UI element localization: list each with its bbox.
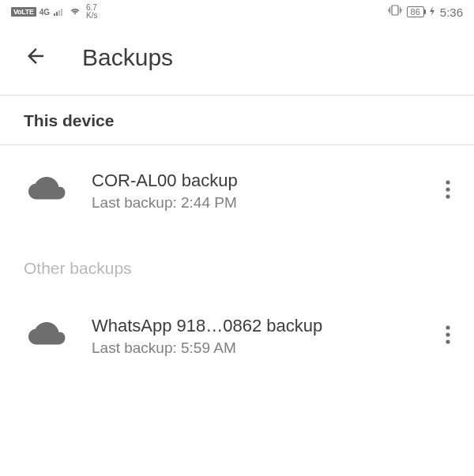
status-right: 86 5:36 bbox=[388, 5, 463, 19]
more-button[interactable] bbox=[438, 317, 458, 355]
battery-level: 86 bbox=[411, 7, 420, 17]
charging-icon bbox=[429, 6, 435, 17]
more-button[interactable] bbox=[438, 172, 458, 210]
status-bar: VoLTE 4G 6.7 K/s 86 5:3 bbox=[0, 0, 474, 22]
svg-point-3 bbox=[446, 194, 450, 198]
clock-time: 5:36 bbox=[440, 6, 463, 19]
backup-info: WhatsApp 918…0862 backup Last backup: 5:… bbox=[92, 316, 412, 357]
signal-bars-icon bbox=[54, 9, 62, 16]
wifi-icon bbox=[69, 5, 81, 19]
speed-unit: K/s bbox=[86, 12, 97, 20]
data-speed: 6.7 K/s bbox=[86, 4, 97, 20]
app-header: Backups bbox=[0, 22, 474, 95]
backup-item-this-device[interactable]: COR-AL00 backup Last backup: 2:44 PM bbox=[0, 145, 474, 221]
status-left: VoLTE 4G 6.7 K/s bbox=[11, 4, 97, 20]
svg-point-5 bbox=[446, 332, 450, 336]
svg-rect-0 bbox=[392, 6, 398, 15]
back-button[interactable] bbox=[24, 44, 47, 71]
backup-item-other[interactable]: WhatsApp 918…0862 backup Last backup: 5:… bbox=[0, 292, 474, 366]
backup-title: COR-AL00 backup bbox=[92, 171, 412, 191]
svg-point-2 bbox=[446, 187, 450, 191]
backup-title: WhatsApp 918…0862 backup bbox=[92, 316, 412, 336]
network-gen: 4G bbox=[40, 8, 50, 17]
section-header-other-backups: Other backups bbox=[0, 221, 474, 292]
vibrate-icon bbox=[388, 5, 402, 19]
volte-badge: VoLTE bbox=[11, 7, 36, 17]
backup-subtitle: Last backup: 5:59 AM bbox=[92, 339, 412, 357]
backup-subtitle: Last backup: 2:44 PM bbox=[92, 194, 412, 212]
battery-indicator: 86 bbox=[407, 6, 424, 17]
backup-info: COR-AL00 backup Last backup: 2:44 PM bbox=[92, 171, 412, 212]
svg-point-6 bbox=[446, 339, 450, 343]
section-header-this-device: This device bbox=[0, 96, 474, 145]
svg-point-4 bbox=[446, 325, 450, 329]
page-title: Backups bbox=[82, 44, 173, 71]
svg-point-1 bbox=[446, 180, 450, 184]
cloud-icon bbox=[28, 322, 66, 350]
cloud-icon bbox=[28, 177, 66, 205]
